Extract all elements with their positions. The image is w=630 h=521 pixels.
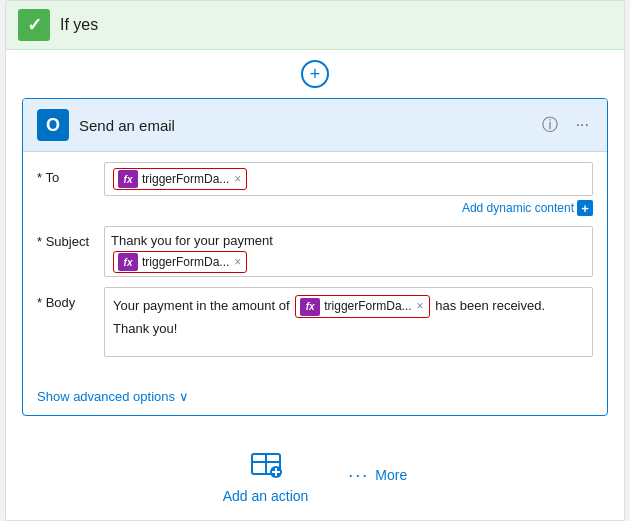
to-field-wrapper[interactable]: fx triggerFormDa... × xyxy=(104,162,593,196)
chevron-down-icon: ∨ xyxy=(179,389,189,404)
advanced-options-label: Show advanced options xyxy=(37,389,175,404)
check-icon: ✓ xyxy=(18,9,50,41)
subject-row: * Subject Thank you for your payment fx … xyxy=(37,226,593,277)
to-label: * To xyxy=(37,162,92,185)
subject-input-area: Thank you for your payment fx triggerFor… xyxy=(104,226,593,277)
to-input-area: fx triggerFormDa... × Add dynamic conten… xyxy=(104,162,593,216)
to-token-fx-icon: fx xyxy=(118,170,138,188)
to-token-close-button[interactable]: × xyxy=(233,172,242,186)
add-step-row: + xyxy=(6,50,624,98)
more-options-button[interactable]: ··· xyxy=(572,114,593,136)
action-card: O Send an email ⓘ ··· * To fx triggerFor… xyxy=(22,98,608,416)
body-field-wrapper[interactable]: Your payment in the amount of fx trigger… xyxy=(104,287,593,357)
body-label: * Body xyxy=(37,287,92,310)
body-text: Your payment in the amount of fx trigger… xyxy=(113,294,584,340)
bottom-actions: Add an action ··· More xyxy=(6,428,624,520)
if-yes-header: ✓ If yes xyxy=(6,1,624,50)
more-dots-icon: ··· xyxy=(348,465,369,486)
body-token-chip: fx triggerFormDa... × xyxy=(295,295,429,318)
body-token-fx-icon: fx xyxy=(300,298,320,316)
subject-label: * Subject xyxy=(37,226,92,249)
subject-token-chip: fx triggerFormDa... × xyxy=(113,251,247,273)
body-text-before: Your payment in the amount of xyxy=(113,298,290,313)
more-label: More xyxy=(375,467,407,483)
add-dynamic-row: Add dynamic content + xyxy=(104,198,593,216)
add-dynamic-content-link[interactable]: Add dynamic content + xyxy=(462,200,593,216)
dynamic-plus-icon: + xyxy=(577,200,593,216)
body-input-area: Your payment in the amount of fx trigger… xyxy=(104,287,593,357)
action-card-header: O Send an email ⓘ ··· xyxy=(23,99,607,152)
to-row: * To fx triggerFormDa... × Add dynamic c… xyxy=(37,162,593,216)
add-action-button[interactable]: Add an action xyxy=(223,446,309,504)
add-step-button[interactable]: + xyxy=(301,60,329,88)
body-token-close-button[interactable]: × xyxy=(416,297,425,316)
add-dynamic-label: Add dynamic content xyxy=(462,201,574,215)
add-action-svg xyxy=(248,446,284,482)
more-button[interactable]: ··· More xyxy=(348,465,407,486)
add-action-icon xyxy=(248,446,284,482)
advanced-options-row: Show advanced options ∨ xyxy=(23,381,607,415)
show-advanced-options-link[interactable]: Show advanced options ∨ xyxy=(37,389,189,404)
body-token-label: triggerFormDa... xyxy=(324,297,411,316)
body-row: * Body Your payment in the amount of fx … xyxy=(37,287,593,357)
subject-token-row: fx triggerFormDa... × xyxy=(111,250,586,274)
subject-text: Thank you for your payment xyxy=(111,229,586,250)
action-header-icons: ⓘ ··· xyxy=(538,113,593,138)
to-token-chip: fx triggerFormDa... × xyxy=(113,168,247,190)
add-action-label: Add an action xyxy=(223,488,309,504)
subject-token-label: triggerFormDa... xyxy=(142,255,229,269)
outlook-icon: O xyxy=(37,109,69,141)
if-yes-label: If yes xyxy=(60,16,98,34)
to-token-label: triggerFormDa... xyxy=(142,172,229,186)
action-body: * To fx triggerFormDa... × Add dynamic c… xyxy=(23,152,607,381)
subject-token-close-button[interactable]: × xyxy=(233,255,242,269)
main-container: ✓ If yes + O Send an email ⓘ ··· * To xyxy=(5,0,625,521)
subject-field-wrapper[interactable]: Thank you for your payment fx triggerFor… xyxy=(104,226,593,277)
action-card-title: Send an email xyxy=(79,117,528,134)
info-button[interactable]: ⓘ xyxy=(538,113,562,138)
subject-token-fx-icon: fx xyxy=(118,253,138,271)
